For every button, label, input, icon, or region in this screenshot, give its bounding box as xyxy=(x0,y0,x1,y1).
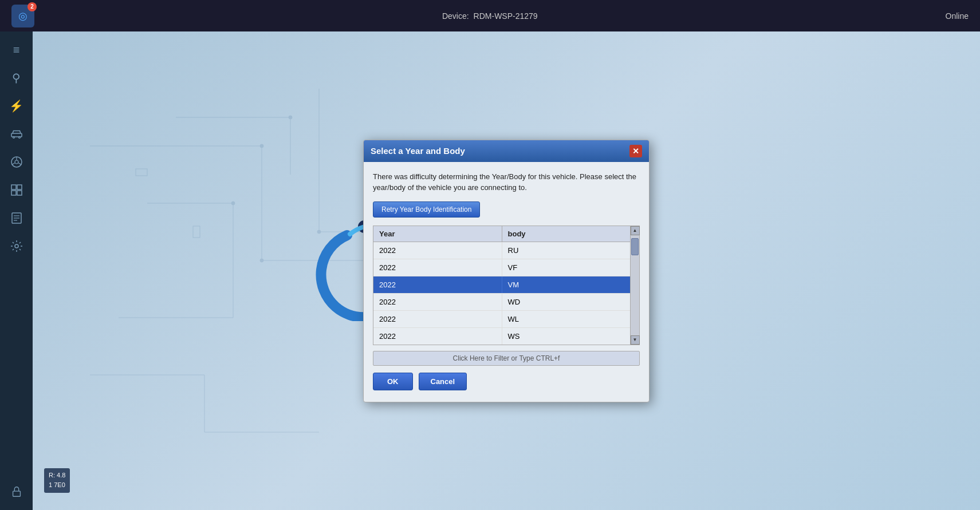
year-body-table-wrapper: Year body 2022 RU 2022 VF xyxy=(373,226,640,345)
table-row[interactable]: 2022 WS xyxy=(373,328,630,345)
top-bar-left: ◎ 2 xyxy=(11,5,34,27)
sidebar-item-history[interactable] xyxy=(4,205,29,231)
year-cell: 2022 xyxy=(373,259,502,276)
history-icon xyxy=(10,211,23,225)
sidebar-item-car[interactable] xyxy=(4,121,29,147)
year-cell: 2022 xyxy=(373,328,502,345)
main-content: R: 4.8 1 7E0 Select a Year and Body ✕ Th… xyxy=(33,31,980,510)
body-cell: VF xyxy=(502,259,631,276)
table-row[interactable]: 2022 VF xyxy=(373,259,630,276)
device-info-group: Device: RDM-WSP-21279 xyxy=(442,11,538,21)
car-icon xyxy=(10,127,23,141)
app-logo: ◎ xyxy=(18,10,27,22)
dialog-overlay: Select a Year and Body ✕ There was diffi… xyxy=(33,31,980,510)
year-cell: 2022 xyxy=(373,242,502,259)
dialog-body: There was difficulty determining the Yea… xyxy=(364,162,649,402)
svg-rect-0 xyxy=(11,133,22,137)
svg-point-16 xyxy=(15,244,18,248)
retry-button[interactable]: Retry Year Body Identification xyxy=(373,201,480,218)
svg-point-1 xyxy=(13,137,14,139)
table-row[interactable]: 2022 WD xyxy=(373,294,630,311)
sidebar-item-menu[interactable]: ≡ xyxy=(4,37,29,62)
device-id: RDM-WSP-21279 xyxy=(474,11,538,21)
year-cell: 2022 xyxy=(373,276,502,293)
svg-rect-10 xyxy=(11,191,16,195)
svg-point-2 xyxy=(18,137,20,139)
scroll-thumb xyxy=(631,238,639,255)
sidebar: ≡ ⚲ ⚡ xyxy=(0,31,33,510)
steering-wheel-icon xyxy=(10,155,23,169)
gear-icon xyxy=(10,239,23,253)
svg-rect-8 xyxy=(11,185,16,189)
device-label: Device: xyxy=(442,11,469,21)
filter-bar[interactable]: Click Here to Filter or Type CTRL+f xyxy=(373,351,640,366)
menu-icon: ≡ xyxy=(13,44,20,57)
body-cell: VM xyxy=(502,276,631,293)
table-row[interactable]: 2022 RU xyxy=(373,242,630,259)
dialog-titlebar: Select a Year and Body ✕ xyxy=(364,140,649,162)
sidebar-item-lightning[interactable]: ⚡ xyxy=(4,93,29,118)
dialog-description: There was difficulty determining the Yea… xyxy=(373,171,640,193)
body-cell: WS xyxy=(502,328,631,345)
svg-rect-9 xyxy=(17,185,22,189)
scroll-down-button[interactable]: ▼ xyxy=(631,335,640,345)
table-body: 2022 RU 2022 VF 2022 VM xyxy=(373,242,630,345)
dialog-close-button[interactable]: ✕ xyxy=(629,145,642,157)
body-cell: RU xyxy=(502,242,631,259)
select-year-body-dialog: Select a Year and Body ✕ There was diffi… xyxy=(363,140,650,402)
sidebar-item-settings-wheel[interactable] xyxy=(4,149,29,175)
table-header: Year body xyxy=(373,226,630,242)
lock-icon xyxy=(10,485,23,498)
table-row[interactable]: 2022 WL xyxy=(373,311,630,328)
ok-button[interactable]: OK xyxy=(373,373,413,390)
top-bar: ◎ 2 Device: RDM-WSP-21279 Online xyxy=(0,0,980,31)
notification-badge: 2 xyxy=(27,2,37,11)
scroll-track[interactable] xyxy=(631,235,639,335)
search-icon: ⚲ xyxy=(12,71,21,85)
table-scrollbar: ▲ ▼ xyxy=(630,226,639,345)
svg-point-4 xyxy=(15,160,18,164)
sidebar-item-modules[interactable] xyxy=(4,177,29,203)
cancel-button[interactable]: Cancel xyxy=(419,373,467,390)
table-scroll-area: Year body 2022 RU 2022 VF xyxy=(373,226,630,345)
column-year-header: Year xyxy=(373,226,502,242)
year-cell: 2022 xyxy=(373,294,502,310)
sidebar-item-gear[interactable] xyxy=(4,234,29,259)
body-cell: WL xyxy=(502,311,631,327)
lightning-icon: ⚡ xyxy=(9,99,23,113)
scroll-up-button[interactable]: ▲ xyxy=(631,226,640,235)
sidebar-item-search[interactable]: ⚲ xyxy=(4,65,29,90)
dialog-footer: OK Cancel xyxy=(373,373,640,393)
column-body-header: body xyxy=(502,226,631,242)
body-cell: WD xyxy=(502,294,631,310)
modules-icon xyxy=(10,183,23,197)
table-row-selected[interactable]: 2022 VM xyxy=(373,276,630,294)
year-cell: 2022 xyxy=(373,311,502,327)
dialog-title: Select a Year and Body xyxy=(371,146,465,156)
online-status: Online xyxy=(946,11,969,21)
svg-rect-17 xyxy=(13,491,20,496)
sidebar-item-lock[interactable] xyxy=(4,479,29,504)
svg-rect-11 xyxy=(17,191,22,195)
app-icon[interactable]: ◎ 2 xyxy=(11,5,34,27)
